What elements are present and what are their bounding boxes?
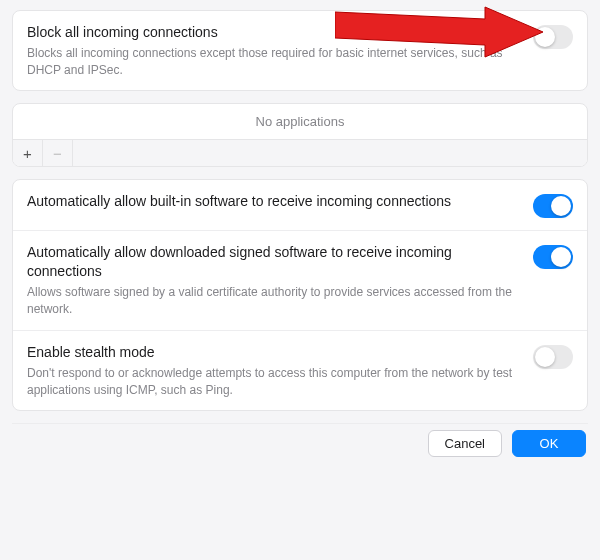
applications-panel: No applications + − bbox=[12, 103, 588, 167]
allow-builtin-toggle[interactable] bbox=[533, 194, 573, 218]
options-panel: Automatically allow built-in software to… bbox=[12, 179, 588, 411]
block-all-desc: Blocks all incoming connections except t… bbox=[27, 45, 521, 79]
allow-signed-toggle[interactable] bbox=[533, 245, 573, 269]
block-all-panel: Block all incoming connections Blocks al… bbox=[12, 10, 588, 91]
block-all-title: Block all incoming connections bbox=[27, 23, 521, 42]
allow-signed-section: Automatically allow downloaded signed so… bbox=[13, 230, 587, 329]
add-application-button[interactable]: + bbox=[13, 140, 43, 166]
allow-builtin-section: Automatically allow built-in software to… bbox=[13, 180, 587, 230]
allow-signed-desc: Allows software signed by a valid certif… bbox=[27, 284, 521, 318]
stealth-section: Enable stealth mode Don't respond to or … bbox=[13, 330, 587, 410]
minus-icon: − bbox=[53, 145, 62, 162]
allow-signed-title: Automatically allow downloaded signed so… bbox=[27, 243, 521, 281]
dialog-footer: Cancel OK bbox=[12, 423, 588, 457]
allow-builtin-title: Automatically allow built-in software to… bbox=[27, 192, 521, 211]
plus-icon: + bbox=[23, 145, 32, 162]
applications-toolbar: + − bbox=[13, 139, 587, 166]
block-all-toggle[interactable] bbox=[533, 25, 573, 49]
cancel-button[interactable]: Cancel bbox=[428, 430, 502, 457]
ok-button[interactable]: OK bbox=[512, 430, 586, 457]
applications-empty-label: No applications bbox=[13, 104, 587, 139]
stealth-toggle[interactable] bbox=[533, 345, 573, 369]
stealth-title: Enable stealth mode bbox=[27, 343, 521, 362]
stealth-desc: Don't respond to or acknowledge attempts… bbox=[27, 365, 521, 399]
remove-application-button[interactable]: − bbox=[43, 140, 73, 166]
